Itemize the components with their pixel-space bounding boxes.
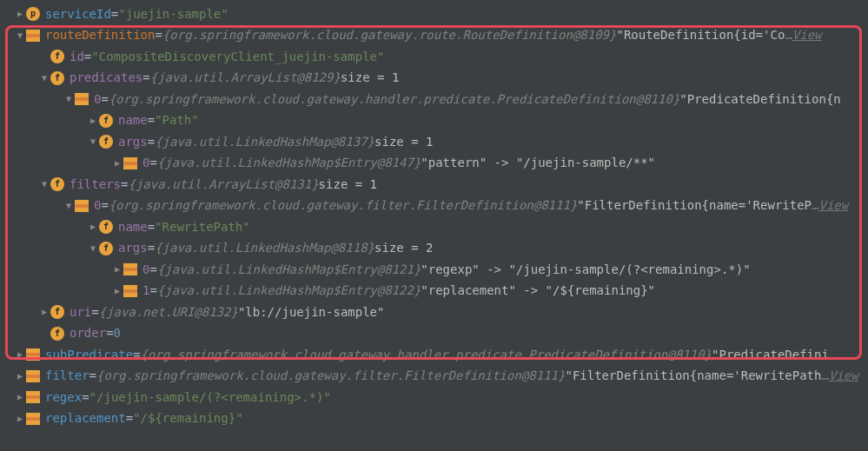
variable-tail: size = 2 (374, 238, 433, 258)
collapse-arrow-icon[interactable] (63, 92, 75, 107)
object-icon (26, 391, 40, 403)
expand-arrow-icon[interactable] (111, 262, 123, 277)
object-icon (26, 413, 40, 425)
tree-row[interactable]: forder = 0 (0, 323, 868, 345)
variable-tail: "RouteDefinition{id='Co (616, 25, 785, 45)
variable-tail: size = 1 (319, 175, 377, 195)
expand-arrow-icon[interactable] (14, 369, 26, 384)
expand-arrow-icon[interactable] (111, 156, 123, 171)
object-icon (123, 263, 137, 275)
field-icon: f (50, 71, 64, 85)
equals-sign: = (91, 302, 98, 322)
variable-name: filters (70, 175, 121, 195)
variable-value: {java.util.ArrayList@8131} (128, 175, 318, 195)
variable-tail: "lb://juejin-sample" (238, 302, 385, 322)
collapse-arrow-icon[interactable] (38, 71, 50, 86)
expand-arrow-icon[interactable] (38, 305, 50, 320)
variable-value: {java.util.LinkedHashMap$Entry@8122} (157, 281, 421, 301)
equals-sign: = (142, 68, 149, 88)
ellipsis: … (821, 366, 828, 386)
field-icon: f (99, 220, 113, 234)
variable-name: 1 (142, 281, 149, 301)
variable-tail: size = 1 (374, 132, 433, 152)
variable-value: {java.util.LinkedHashMap@8137} (155, 132, 374, 152)
expand-arrow-icon[interactable] (14, 7, 26, 22)
view-link[interactable]: View (792, 25, 822, 45)
tree-row[interactable]: 1 = {java.util.LinkedHashMap$Entry@8122}… (0, 281, 868, 302)
variable-tail: "pattern" -> "/juejin-sample/**" (421, 153, 655, 173)
tree-row[interactable]: fid = "CompositeDiscoveryClient_juejin-s… (0, 46, 868, 68)
tree-row[interactable]: 0 = {java.util.LinkedHashMap$Entry@8121}… (0, 259, 868, 281)
expand-arrow-icon[interactable] (111, 284, 123, 299)
variable-value: "Path" (155, 110, 199, 130)
object-icon (26, 370, 40, 382)
variable-value: "/${remaining}" (133, 408, 242, 428)
equals-sign: = (101, 90, 108, 109)
collapse-arrow-icon[interactable] (87, 242, 99, 256)
ellipsis: … (812, 196, 818, 216)
view-link[interactable]: View (829, 366, 858, 386)
variable-name: filter (45, 366, 89, 386)
tree-row[interactable]: fname = "RewritePath" (0, 216, 868, 238)
equals-sign: = (84, 47, 91, 67)
equals-sign: = (149, 260, 156, 280)
variable-name: 0 (142, 153, 149, 173)
debug-variables-tree[interactable]: pserviceId = "juejin-sample"routeDefinit… (0, 3, 868, 429)
field-icon: f (99, 135, 113, 149)
tree-row[interactable]: 0 = {org.springframework.cloud.gateway.h… (0, 89, 868, 110)
object-icon (75, 200, 89, 212)
variable-name: uri (70, 302, 91, 322)
variable-tail: "PredicateDefinition{n (679, 90, 840, 109)
expand-arrow-icon[interactable] (14, 390, 26, 405)
variable-name: name (118, 217, 148, 237)
tree-row[interactable]: regex = "/juejin-sample/(?<remaining>.*)… (0, 387, 868, 408)
variable-name: 0 (94, 196, 101, 216)
tree-row[interactable]: pserviceId = "juejin-sample" (0, 3, 868, 25)
equals-sign: = (101, 196, 108, 216)
variable-value: {org.springframework.cloud.gateway.route… (162, 25, 617, 45)
variable-value: 0 (114, 323, 121, 343)
collapse-arrow-icon[interactable] (38, 177, 50, 192)
tree-row[interactable]: 0 = {org.springframework.cloud.gateway.f… (0, 196, 868, 217)
equals-sign: = (111, 4, 118, 24)
variable-name: 0 (142, 260, 149, 280)
tree-row[interactable]: subPredicate = {org.springframework.clou… (0, 344, 868, 366)
parameter-icon: p (26, 7, 40, 21)
expand-arrow-icon[interactable] (87, 114, 99, 129)
variable-name: subPredicate (45, 345, 133, 365)
expand-arrow-icon[interactable] (87, 220, 99, 235)
equals-sign: = (155, 25, 162, 45)
variable-value: {org.springframework.cloud.gateway.handl… (109, 90, 679, 109)
tree-row[interactable]: 0 = {java.util.LinkedHashMap$Entry@8147}… (0, 153, 868, 175)
view-link[interactable]: View (818, 196, 848, 216)
equals-sign: = (148, 217, 155, 237)
collapse-arrow-icon[interactable] (87, 135, 99, 149)
variable-value: "/juejin-sample/(?<remaining>.*)" (89, 388, 331, 408)
tree-row[interactable]: furi = {java.net.URI@8132} "lb://juejin-… (0, 302, 868, 323)
equals-sign: = (121, 175, 128, 195)
variable-value: {java.util.LinkedHashMap$Entry@8147} (157, 153, 421, 173)
collapse-arrow-icon[interactable] (63, 199, 75, 214)
tree-row[interactable]: fpredicates = {java.util.ArrayList@8129}… (0, 68, 868, 90)
object-icon (123, 285, 137, 297)
tree-row[interactable]: filter = {org.springframework.cloud.gate… (0, 366, 868, 388)
expand-arrow-icon[interactable] (14, 348, 26, 362)
tree-row[interactable]: fname = "Path" (0, 110, 868, 132)
variable-name: args (118, 238, 148, 258)
variable-name: name (118, 110, 148, 130)
field-icon: f (99, 242, 113, 255)
tree-row[interactable]: routeDefinition = {org.springframework.c… (0, 25, 868, 47)
collapse-arrow-icon[interactable] (14, 29, 26, 43)
variable-value: "RewritePath" (155, 217, 250, 237)
variable-name: regex (45, 388, 82, 408)
equals-sign: = (148, 238, 155, 258)
ellipsis: … (785, 25, 792, 45)
equals-sign: = (133, 345, 140, 365)
expand-arrow-icon[interactable] (14, 412, 26, 427)
tree-row[interactable]: fargs = {java.util.LinkedHashMap@8118} s… (0, 238, 868, 260)
equals-sign: = (126, 408, 133, 428)
tree-row[interactable]: replacement = "/${remaining}" (0, 408, 868, 430)
tree-row[interactable]: ffilters = {java.util.ArrayList@8131} si… (0, 174, 868, 196)
tree-row[interactable]: fargs = {java.util.LinkedHashMap@8137} s… (0, 131, 868, 153)
variable-tail: "FilterDefinition{name='RewritePath (565, 366, 821, 386)
